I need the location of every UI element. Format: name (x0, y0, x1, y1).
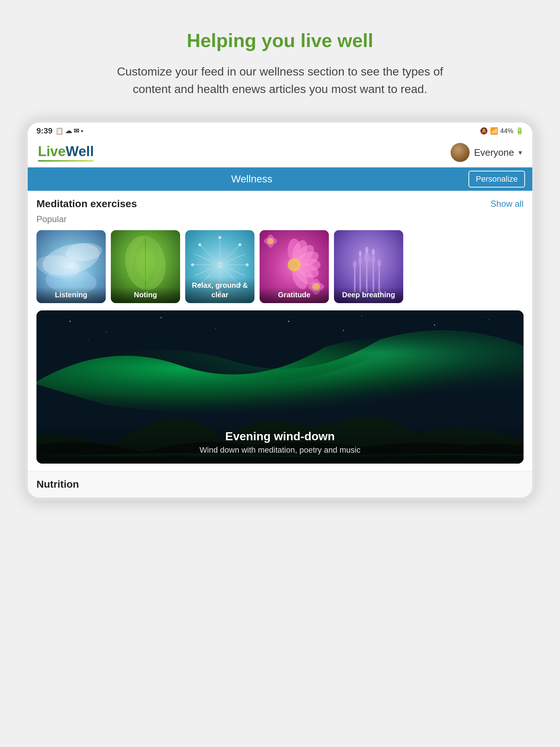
tab-bar: Wellness Personalize (28, 167, 532, 191)
aurora-text-overlay: Evening wind-down Wind down with meditat… (36, 422, 524, 464)
svg-point-67 (361, 316, 362, 316)
meditation-card-listening[interactable]: Listening (36, 230, 106, 303)
aurora-title: Evening wind-down (45, 430, 515, 443)
svg-point-30 (238, 243, 241, 246)
avatar-image (451, 143, 470, 162)
svg-point-64 (161, 317, 162, 318)
card-label-gratitude: Gratitude (260, 287, 329, 303)
logo-live: Live (38, 144, 66, 159)
svg-point-40 (288, 258, 301, 271)
meditation-card-relax[interactable]: Relax, ground & clear (185, 230, 254, 303)
svg-point-69 (489, 319, 490, 320)
status-time: 9:39 📋 ☁ ✉ • (36, 126, 83, 136)
logo-underline (38, 160, 94, 162)
device-frame: 9:39 📋 ☁ ✉ • 🔕 📶 44% 🔋 LiveWell Everyone… (25, 120, 535, 500)
svg-point-56 (353, 260, 357, 268)
svg-point-43 (268, 238, 273, 244)
user-profile[interactable]: Everyone ▾ (451, 143, 522, 162)
status-bar: 9:39 📋 ☁ ✉ • 🔕 📶 44% 🔋 (28, 123, 532, 139)
bottom-section-peek: Nutrition (28, 471, 532, 498)
popular-label: Popular (28, 213, 532, 229)
svg-point-54 (358, 257, 362, 266)
card-label-listening: Listening (36, 287, 106, 303)
app-logo[interactable]: LiveWell (38, 144, 94, 162)
svg-point-71 (343, 330, 344, 331)
page-header: Helping you live well Customize your fee… (116, 29, 444, 98)
status-right-icons: 🔕 📶 44% 🔋 (480, 127, 524, 135)
card-label-relax: Relax, ground & clear (185, 278, 254, 303)
svg-point-66 (288, 321, 289, 322)
svg-point-60 (372, 249, 375, 255)
meditation-card-gratitude[interactable]: Gratitude (260, 230, 329, 303)
svg-point-23 (218, 236, 221, 239)
tab-wellness[interactable]: Wellness (35, 167, 468, 191)
mute-icon: 🔕 (480, 127, 488, 135)
show-all-link[interactable]: Show all (490, 199, 524, 209)
card-label-noting: Noting (111, 287, 180, 303)
svg-point-68 (434, 325, 435, 326)
bottom-section-title: Nutrition (36, 479, 524, 490)
content-area: Meditation exercises Show all Popular (28, 191, 532, 498)
svg-point-58 (365, 247, 368, 254)
svg-point-65 (215, 328, 216, 329)
aurora-banner[interactable]: Evening wind-down Wind down with meditat… (36, 310, 524, 464)
wifi-icon: 📶 (490, 127, 498, 135)
svg-point-25 (191, 263, 194, 266)
user-dropdown-arrow: ▾ (518, 148, 522, 157)
svg-point-26 (246, 263, 249, 266)
svg-point-27 (198, 243, 201, 246)
battery-icon: 🔋 (516, 127, 524, 135)
avatar (451, 143, 470, 162)
meditation-section-title: Meditation exercises (36, 198, 137, 210)
app-header: LiveWell Everyone ▾ (28, 139, 532, 167)
battery-indicator: 44% (500, 127, 513, 135)
status-icons: 📋 ☁ ✉ • (55, 127, 83, 135)
meditation-cards-scroll: Listening (28, 229, 532, 310)
svg-point-59 (359, 251, 362, 257)
meditation-card-noting[interactable]: Noting (111, 230, 180, 303)
page-title: Helping you live well (116, 29, 444, 52)
svg-point-62 (70, 321, 71, 322)
svg-point-53 (365, 252, 369, 263)
logo-well: Well (66, 144, 94, 159)
svg-point-57 (377, 259, 381, 267)
user-name-label: Everyone (474, 147, 514, 158)
meditation-card-deep-breathing[interactable]: Deep breathing (334, 230, 403, 303)
card-label-deep-breathing: Deep breathing (334, 287, 403, 303)
svg-point-70 (88, 339, 89, 340)
svg-point-55 (372, 255, 375, 264)
personalize-button[interactable]: Personalize (468, 171, 525, 187)
meditation-section-header: Meditation exercises Show all (28, 191, 532, 213)
svg-point-63 (106, 332, 107, 333)
aurora-subtitle: Wind down with meditation, poetry and mu… (45, 445, 515, 455)
page-subtitle: Customize your feed in our wellness sect… (116, 63, 444, 98)
